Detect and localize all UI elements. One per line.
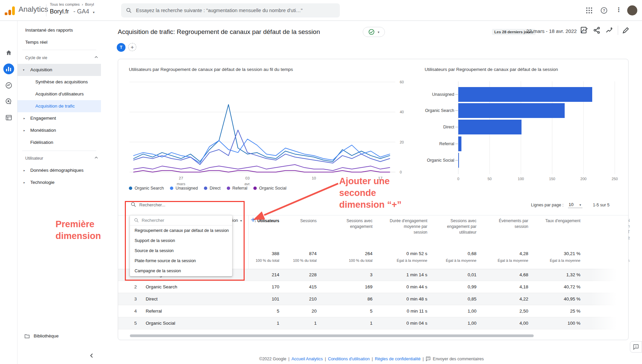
row-rank: 5 (134, 317, 137, 329)
global-search-input[interactable]: Essayez la recherche suivante : "augment… (121, 3, 340, 17)
footer-text: ©2022 Google (259, 357, 286, 361)
table-row[interactable]: 4Referral52050 min 11 s1,002,5025 % (118, 305, 628, 317)
apps-grid-icon[interactable] (585, 7, 594, 15)
row-cell: 1 min 14 s (406, 269, 427, 281)
row-cell: 0 min 11 s (407, 305, 427, 317)
explore-icon[interactable] (0, 79, 17, 92)
feedback-icon (633, 344, 639, 350)
row-cell: 40,72 % (564, 281, 580, 293)
sidebar-item-realtime[interactable]: Temps réel (17, 36, 101, 48)
chevron-up-icon[interactable] (94, 155, 99, 160)
row-cell: 0,85 (468, 293, 476, 305)
sidebar-item-acquisition-overview[interactable]: Synthèse des acquisitions (17, 76, 101, 88)
chevron-up-icon[interactable] (94, 54, 99, 60)
row-cell: 0 min 04 s (406, 317, 427, 329)
sidebar-item-monetization[interactable]: ▸ Monétisation (17, 124, 101, 136)
row-cell: 4,22 (520, 293, 528, 305)
row-cell: 1,32 % (566, 269, 580, 281)
totals-sublabel: 100 % du total (322, 258, 372, 262)
dropdown-search-input[interactable]: Rechercher (130, 215, 232, 226)
row-cell: 20 (312, 305, 317, 317)
header-divider (46, 4, 46, 16)
analytics-logo-icon[interactable] (5, 6, 15, 15)
sidebar-section-lifecycle: Cycle de vie (25, 55, 47, 60)
sidebar-item-demographics[interactable]: ▸ Données démographiques (17, 164, 101, 176)
arrow-collapsed-icon: ▸ (24, 124, 28, 136)
app-name: Analytics (19, 5, 48, 14)
sidebar-item-retention[interactable]: Fidélisation (17, 136, 101, 149)
dropdown-option[interactable]: Regroupement de canaux par défaut de la … (130, 226, 232, 236)
sidebar-item-technology[interactable]: ▸ Technologie (17, 176, 101, 189)
feedback-button[interactable] (630, 341, 642, 353)
footer-separator: | (372, 357, 373, 361)
account-switcher[interactable]: Boryl.fr - GA4 ▾ (50, 8, 95, 15)
footer-link[interactable]: Accueil Analytics (291, 357, 323, 361)
footer: ©2022 Google|Accueil Analytics|Condition… (101, 354, 642, 364)
breadcrumb[interactable]: Tous les comptes › Boryl (50, 2, 94, 6)
column-header[interactable]: Durée d'engagement moyenne par session (390, 218, 427, 235)
user-avatar[interactable] (627, 5, 637, 15)
row-channel: Organic Social (146, 317, 175, 329)
row-cell: 169 (365, 281, 372, 293)
home-icon[interactable] (0, 46, 17, 59)
folder-icon (24, 333, 30, 339)
row-cell: 86 (367, 293, 372, 305)
svg-text:?: ? (603, 8, 605, 12)
table-row[interactable]: 2Organic Search1704151690 min 44 s0,994,… (118, 281, 628, 293)
row-cell: 0,01 (468, 269, 476, 281)
arrow-collapsed-icon: ▸ (24, 112, 28, 124)
top-header: Analytics Tous les comptes › Boryl Boryl… (0, 0, 642, 21)
row-cell: 2,50 (520, 305, 528, 317)
sidebar-item-snapshot[interactable]: Instantané des rapports (17, 24, 101, 36)
column-header[interactable]: ↓ Utilisateurs (239, 218, 279, 224)
horizontal-scrollbar[interactable] (130, 334, 534, 337)
row-cell: 40,95 % (564, 293, 580, 305)
dropdown-option[interactable]: Source de la session (130, 246, 232, 256)
sidebar-divider (22, 151, 96, 151)
row-cell: 4,00 (520, 317, 528, 329)
sidebar-item-library[interactable]: Bibliothèque (17, 330, 101, 342)
sidebar-item-user-acquisition[interactable]: Acquisition d'utilisateurs (17, 88, 101, 100)
global-search-placeholder: Essayez la recherche suivante : "augment… (136, 8, 302, 13)
row-cell: 1 (370, 317, 372, 329)
dropdown-option[interactable]: Support de la session (130, 236, 232, 246)
help-icon[interactable]: ? (600, 7, 608, 15)
sidebar-item-traffic-acquisition-selected[interactable]: Acquisition de trafic (17, 100, 101, 112)
ga4-traffic-acquisition-screen: Analytics Tous les comptes › Boryl Boryl… (0, 0, 642, 364)
row-cell: 1 (277, 317, 279, 329)
footer-separator: | (325, 357, 326, 361)
sidebar-item-engagement[interactable]: ▸ Engagement (17, 112, 101, 124)
arrow-expanded-icon: ▾ (23, 64, 28, 76)
reports-icon-active[interactable] (0, 62, 17, 76)
column-header[interactable]: Sessions avec engagement par utilisateur (430, 218, 476, 235)
row-channel: Organic Search (146, 281, 177, 293)
row-rank: 2 (134, 281, 137, 293)
table-row[interactable]: 5Organic Social1110 min 04 s1,004,00100 … (118, 317, 628, 329)
dropdown-option[interactable]: Campagne de la session (130, 266, 232, 276)
column-header[interactable]: Taux d'engagement (543, 218, 580, 224)
dropdown-option[interactable]: Plate-forme source de la session (130, 256, 232, 266)
annotation-first-dimension: Première dimension (56, 218, 119, 242)
collapse-sidebar-icon[interactable] (88, 352, 96, 359)
row-cell: 415 (309, 281, 317, 293)
row-cell: 214 (272, 269, 279, 281)
feedback-icon (426, 356, 431, 361)
row-channel: Direct (146, 293, 157, 305)
row-cell: 1 (314, 317, 317, 329)
footer-text[interactable]: Envoyer des commentaires (433, 357, 484, 361)
more-options-icon[interactable]: ⋮ (616, 6, 620, 15)
row-cell: 4,18 (520, 281, 528, 293)
configure-icon[interactable] (0, 111, 17, 124)
row-cell: 5 (370, 305, 372, 317)
table-row[interactable]: 3Direct101210860 min 48 s0,854,2240,95 % (118, 293, 628, 305)
footer-link[interactable]: Conditions d'utilisation (328, 357, 370, 361)
advertising-icon[interactable] (0, 95, 17, 108)
row-rank: 3 (134, 293, 137, 305)
column-header[interactable]: Sessions avec engagement (329, 218, 372, 230)
sidebar-item-acquisition[interactable]: ▾ Acquisition (17, 64, 101, 76)
sidebar-section-user: Utilisateur (25, 156, 43, 161)
column-header[interactable]: Événements par session (488, 218, 528, 230)
footer-link[interactable]: Règles de confidentialité (375, 357, 421, 361)
totals-sublabel: Égal à la moyenne (423, 258, 476, 262)
column-header[interactable]: Sessions (286, 218, 317, 224)
